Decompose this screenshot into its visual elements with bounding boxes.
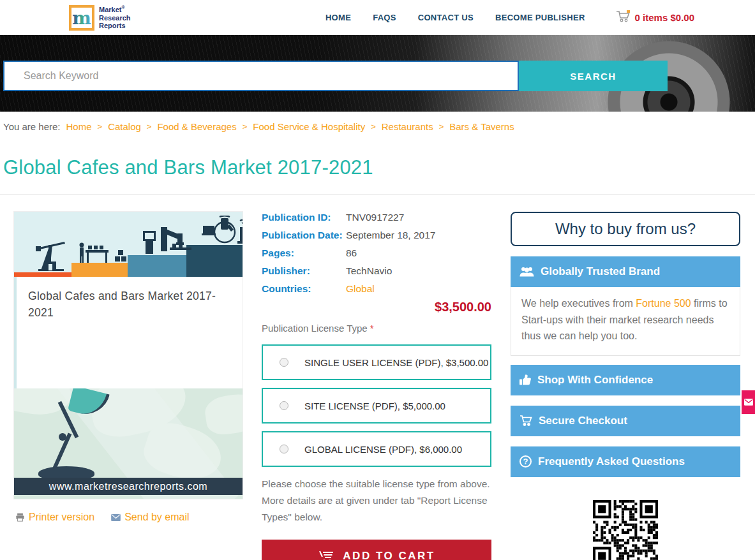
email-icon [111,514,121,521]
price: $3,500.00 [262,300,491,314]
add-cart-icon [318,550,334,560]
cover-illustration [14,212,243,277]
publisher-value: TechNavio [346,265,491,277]
why-to-buy-box[interactable]: Why to buy from us? [511,212,740,246]
cart-icon [616,10,631,25]
cart-status[interactable]: 0 items $0.00 [616,10,694,25]
detail-label: Publication ID: [262,212,346,223]
fortune-500-link[interactable]: Fortune 500 [636,298,691,309]
map-continent [203,391,243,437]
step-navy [186,245,243,277]
qr-code [593,500,658,560]
crumb-restaurants[interactable]: Restaurants [382,121,433,132]
sidebar: Why to buy from us? Globally Trusted Bra… [511,212,740,560]
crumb-food-service[interactable]: Food Service & Hospitality [253,121,365,132]
add-to-cart-button[interactable]: ADD TO CART [262,540,491,560]
page: m Market® Research Reports HOME FAQS CON… [0,0,755,560]
crumb-food-beverages[interactable]: Food & Beverages [157,121,236,132]
publication-id-value: TNV0917227 [346,212,491,223]
main-content: Global Cafes and Bars Market 2017-2021 w… [0,195,755,560]
step-orange [14,272,71,277]
report-cover-image[interactable]: Global Cafes and Bars Market 2017-2021 w… [14,212,243,499]
pages-value: 86 [346,247,491,259]
factory-workers-icon [77,242,128,264]
hero-banner: SEARCH [0,35,755,112]
crumb-home[interactable]: Home [66,121,92,132]
cover-map-image: www.marketresearchreports.com [14,388,243,499]
globally-trusted-brand-header[interactable]: Globally Trusted Brand [511,256,740,287]
countries-link[interactable]: Global [346,283,491,295]
product-details-column: Publication ID: TNV0917227 Publication D… [262,212,491,560]
detail-label: Pages: [262,247,346,259]
step-blue [128,255,186,277]
printer-version-link[interactable]: Printer version [15,512,94,523]
radio-button[interactable] [280,358,288,367]
site-logo[interactable]: m Market® Research Reports [69,5,131,31]
qr-code-wrap [511,500,740,560]
search-input[interactable] [3,61,519,91]
detail-label: Countries: [262,283,346,295]
license-option-site[interactable]: SITE LICENSE (PDF), $5,000.00 [262,388,491,424]
crumb-separator: > [243,122,248,131]
secure-checkout-bar[interactable]: Secure Checkout [511,406,740,436]
required-asterisk: * [370,323,374,334]
crumb-catalog[interactable]: Catalog [108,121,141,132]
radio-button[interactable] [280,445,288,453]
smart-factory-icon [200,216,243,246]
step-amber [71,263,128,277]
question-icon: ? [520,455,532,468]
users-icon [520,267,534,277]
cover-website-bar: www.marketresearchreports.com [14,478,243,495]
shop-with-confidence-bar[interactable]: Shop With Confidence [511,365,740,395]
logo-m-icon: m [69,5,94,31]
envelope-icon [744,399,753,406]
report-cover-column: Global Cafes and Bars Market 2017-2021 w… [14,212,243,523]
breadcrumb: You are here: Home > Catalog > Food & Be… [3,121,755,132]
radio-button[interactable] [280,401,288,410]
thumbs-up-icon [520,374,531,385]
nav-become-publisher[interactable]: BECOME PUBLISHER [495,13,585,22]
crumb-separator: > [98,122,103,131]
publication-details: Publication ID: TNV0917227 Publication D… [262,212,491,295]
nav-contact-us[interactable]: CONTACT US [418,13,474,22]
trusted-brand-text: We help executives from Fortune 500 firm… [511,287,740,356]
search-form: SEARCH [3,61,668,91]
cover-actions: Printer version Send by email [15,512,243,523]
breadcrumb-prefix: You are here: [3,121,61,132]
license-type-label: Publication License Type * [262,323,491,334]
page-title: Global Cafes and Bars Market 2017-2021 [3,156,755,179]
cover-title-band: Global Cafes and Bars Market 2017-2021 [14,277,243,388]
cart-count-text: 0 items $0.00 [635,12,694,23]
crumb-separator: > [371,122,376,131]
svg-text:m: m [72,8,91,28]
robot-arm-icon [142,226,194,254]
logo-text: Market® Research Reports [99,5,131,30]
printer-icon [15,513,25,522]
license-note: Please choose the suitable license type … [262,476,491,526]
license-option-single-user[interactable]: SINGLE USER LICENSE (PDF), $3,500.00 [262,344,491,380]
crumb-separator: > [439,122,444,131]
publication-date-value: September 18, 2017 [346,230,491,241]
nav-faqs[interactable]: FAQS [373,13,396,22]
lamp-joint [59,433,66,441]
oil-pump-icon [34,237,68,273]
checkout-cart-icon [520,415,532,426]
feedback-envelope-tab[interactable] [742,390,755,414]
send-by-email-link[interactable]: Send by email [111,512,189,523]
cover-title: Global Cafes and Bars Market 2017-2021 [28,290,216,319]
header: m Market® Research Reports HOME FAQS CON… [0,0,755,35]
crumb-bars-taverns[interactable]: Bars & Taverns [449,121,514,132]
license-option-global[interactable]: GLOBAL LICENSE (PDF), $6,000.00 [262,431,491,467]
faq-bar[interactable]: ? Frequently Asked Questions [511,446,740,477]
main-nav: HOME FAQS CONTACT US BECOME PUBLISHER [325,13,585,22]
nav-home[interactable]: HOME [325,13,351,22]
detail-label: Publisher: [262,265,346,277]
search-button[interactable]: SEARCH [519,61,668,91]
detail-label: Publication Date: [262,230,346,241]
crumb-separator: > [147,122,152,131]
